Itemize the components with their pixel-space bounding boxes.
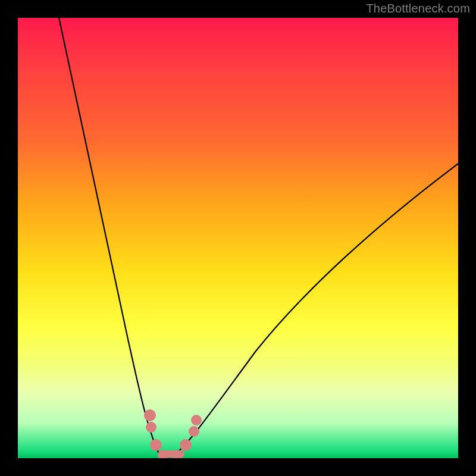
marker-dot [150, 439, 162, 451]
bottleneck-curve [58, 18, 458, 457]
curve-overlay [18, 18, 458, 458]
plot-area [18, 18, 458, 458]
marker-trough-bar [158, 450, 184, 458]
marker-dot [180, 439, 192, 451]
marker-dot [144, 409, 156, 421]
marker-dot [146, 422, 156, 433]
marker-dot [189, 426, 199, 437]
marker-dot [191, 415, 202, 425]
watermark-text: TheBottleneck.com [366, 2, 470, 15]
chart-frame: TheBottleneck.com [0, 0, 476, 476]
